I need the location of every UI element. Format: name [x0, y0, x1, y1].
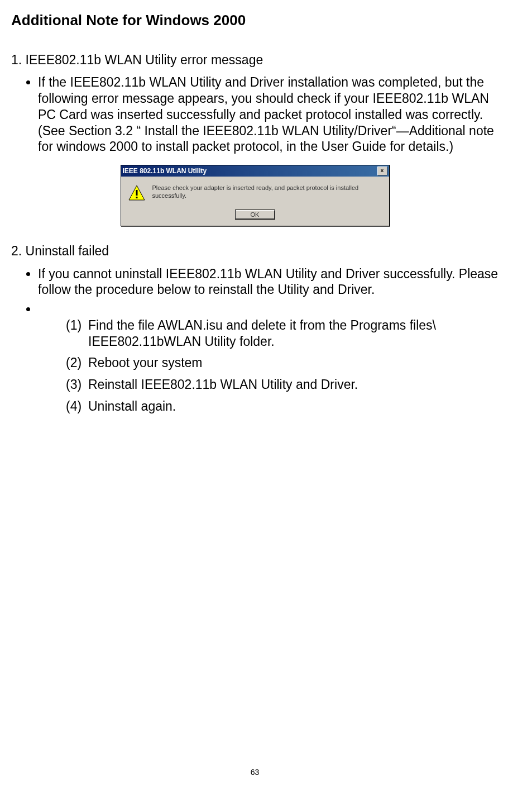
- step-3-num: (3): [66, 377, 82, 393]
- page-title: Additional Note for Windows 2000: [11, 11, 499, 30]
- step-4-num: (4): [66, 398, 82, 415]
- ok-button[interactable]: OK: [236, 210, 275, 219]
- section-2-empty-bullet: (1)Find the file AWLAN.isu and delete it…: [38, 301, 499, 415]
- dialog-titlebar: IEEE 802.11b WLAN Utility ×: [121, 165, 389, 177]
- section-1-bullet: If the IEEE802.11b WLAN Utility and Driv…: [38, 74, 499, 155]
- close-icon[interactable]: ×: [377, 166, 387, 175]
- step-4: (4)Uninstall again.: [66, 398, 499, 415]
- section-1-list: If the IEEE802.11b WLAN Utility and Driv…: [11, 74, 499, 155]
- error-dialog: IEEE 802.11b WLAN Utility × Please check…: [121, 165, 390, 226]
- section-2-bullet: If you cannot uninstall IEEE802.11b WLAN…: [38, 266, 499, 298]
- svg-rect-1: [136, 190, 137, 196]
- section-2-heading: 2. Uninstall failed: [11, 243, 499, 259]
- svg-rect-2: [136, 197, 137, 198]
- steps-list: (1)Find the file AWLAN.isu and delete it…: [38, 317, 499, 415]
- step-4-text: Uninstall again.: [88, 399, 176, 413]
- dialog-body: Please check your adapter is inserted re…: [121, 177, 389, 208]
- step-3-text: Reinstall IEEE802.11b WLAN Utility and D…: [88, 377, 358, 392]
- warning-icon: [128, 184, 146, 204]
- step-1: (1)Find the file AWLAN.isu and delete it…: [66, 317, 499, 350]
- dialog-button-row: OK: [121, 208, 389, 226]
- section-1-heading: 1. IEEE802.11b WLAN Utility error messag…: [11, 52, 499, 68]
- section-2-list: If you cannot uninstall IEEE802.11b WLAN…: [11, 266, 499, 415]
- step-1-text: Find the file AWLAN.isu and delete it fr…: [88, 318, 436, 349]
- dialog-message: Please check your adapter is inserted re…: [152, 184, 382, 204]
- step-2-text: Reboot your system: [88, 355, 203, 370]
- dialog-title: IEEE 802.11b WLAN Utility: [123, 167, 207, 175]
- page-number: 63: [0, 768, 510, 778]
- step-1-num: (1): [66, 317, 82, 334]
- dialog-container: IEEE 802.11b WLAN Utility × Please check…: [11, 165, 499, 226]
- step-3: (3)Reinstall IEEE802.11b WLAN Utility an…: [66, 377, 499, 393]
- step-2-num: (2): [66, 355, 82, 371]
- step-2: (2)Reboot your system: [66, 355, 499, 371]
